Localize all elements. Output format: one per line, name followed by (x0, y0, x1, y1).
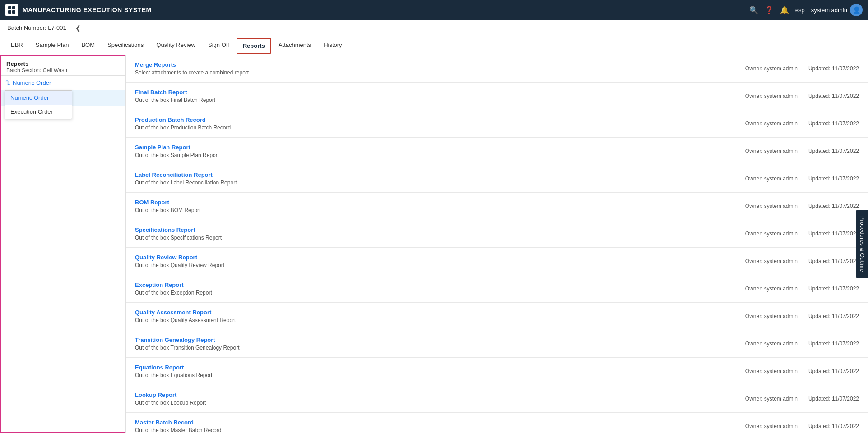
top-bar: MANUFACTURING EXECUTION SYSTEM 🔍 ❓ 🔔 esp… (0, 0, 868, 20)
report-owner: Owner: system admin (745, 286, 798, 292)
nav-item-bom[interactable]: BOM (76, 38, 100, 53)
report-meta: Owner: system admin Updated: 11/07/2022 (745, 313, 859, 319)
report-meta: Owner: system admin Updated: 11/07/2022 (745, 203, 859, 209)
report-meta: Owner: system admin Updated: 11/07/2022 (745, 148, 859, 154)
report-info: Master Batch Record Out of the box Maste… (135, 419, 745, 433)
sort-dropdown: Numeric Order Execution Order (5, 90, 72, 119)
collapse-button[interactable]: ❮ (73, 23, 84, 32)
report-row: Equations Report Out of the box Equation… (126, 358, 868, 385)
report-info: Lookup Report Out of the box Lookup Repo… (135, 392, 745, 406)
main-layout: Reports Batch Section: Cell Wash ⇅ Numer… (0, 55, 868, 433)
report-row: Production Batch Record Out of the box P… (126, 110, 868, 138)
report-title[interactable]: Transition Genealogy Report (135, 336, 745, 343)
secondary-nav: EBR Sample Plan BOM Specifications Quali… (0, 36, 868, 55)
procedures-outline-tab[interactable]: Procedures & Outline (856, 210, 868, 278)
sidebar-title: Reports (6, 60, 119, 67)
report-desc: Out of the box Final Batch Report (135, 97, 745, 103)
report-title[interactable]: Equations Report (135, 364, 745, 371)
report-meta: Owner: system admin Updated: 11/07/2022 (745, 396, 859, 402)
notifications-icon[interactable]: 🔔 (780, 6, 789, 14)
nav-item-sign-off[interactable]: Sign Off (203, 38, 235, 53)
report-row: Merge Reports Select attachments to crea… (126, 55, 868, 83)
report-title[interactable]: Quality Review Report (135, 254, 745, 261)
report-info: Quality Review Report Out of the box Qua… (135, 254, 745, 268)
top-bar-left: MANUFACTURING EXECUTION SYSTEM (5, 4, 152, 16)
svg-rect-3 (12, 10, 15, 14)
batch-number: Batch Number: L7-001 (4, 24, 70, 31)
nav-item-sample-plan[interactable]: Sample Plan (30, 38, 74, 53)
sort-option-numeric[interactable]: Numeric Order (5, 91, 72, 105)
user-menu[interactable]: system admin 👤 (811, 4, 863, 16)
report-title[interactable]: Sample Plan Report (135, 144, 745, 151)
report-title[interactable]: Specifications Report (135, 226, 745, 233)
report-info: Sample Plan Report Out of the box Sample… (135, 144, 745, 158)
nav-item-quality-review[interactable]: Quality Review (151, 38, 201, 53)
report-owner: Owner: system admin (745, 396, 798, 402)
report-updated: Updated: 11/07/2022 (808, 368, 859, 374)
report-updated: Updated: 11/07/2022 (808, 175, 859, 182)
help-icon[interactable]: ❓ (765, 6, 774, 14)
report-updated: Updated: 11/07/2022 (808, 423, 859, 429)
report-updated: Updated: 11/07/2022 (808, 396, 859, 402)
report-desc: Out of the box Quality Review Report (135, 262, 745, 268)
top-bar-right: 🔍 ❓ 🔔 esp system admin 👤 (749, 4, 863, 16)
report-row: Label Reconciliation Report Out of the b… (126, 165, 868, 193)
report-desc: Out of the box Transition Genealogy Repo… (135, 345, 745, 351)
report-meta: Owner: system admin Updated: 11/07/2022 (745, 368, 859, 374)
report-meta: Owner: system admin Updated: 11/07/2022 (745, 120, 859, 127)
svg-rect-1 (12, 6, 15, 9)
nav-item-attachments[interactable]: Attachments (273, 38, 316, 53)
report-row: Master Batch Record Out of the box Maste… (126, 413, 868, 433)
report-desc: Out of the box Lookup Report (135, 400, 745, 406)
report-info: Final Batch Report Out of the box Final … (135, 89, 745, 103)
report-owner: Owner: system admin (745, 313, 798, 319)
user-name: system admin (811, 7, 847, 14)
report-info: BOM Report Out of the box BOM Report (135, 199, 745, 213)
report-meta: Owner: system admin Updated: 11/07/2022 (745, 175, 859, 182)
nav-item-specifications[interactable]: Specifications (102, 38, 149, 53)
sidebar-sort-container: ⇅ Numeric Order Numeric Order Execution … (1, 76, 125, 90)
report-desc: Out of the box Label Reconciliation Repo… (135, 180, 745, 186)
report-title[interactable]: BOM Report (135, 199, 745, 206)
report-title[interactable]: Final Batch Report (135, 89, 745, 96)
report-owner: Owner: system admin (745, 230, 798, 237)
report-row: Quality Review Report Out of the box Qua… (126, 248, 868, 275)
report-owner: Owner: system admin (745, 120, 798, 127)
report-info: Transition Genealogy Report Out of the b… (135, 336, 745, 351)
report-title[interactable]: Production Batch Record (135, 116, 745, 123)
report-updated: Updated: 11/07/2022 (808, 258, 859, 264)
nav-item-ebr[interactable]: EBR (5, 38, 28, 53)
search-icon[interactable]: 🔍 (749, 6, 758, 14)
report-meta: Owner: system admin Updated: 11/07/2022 (745, 230, 859, 237)
report-desc: Out of the box Exception Report (135, 290, 745, 296)
report-info: Specifications Report Out of the box Spe… (135, 226, 745, 241)
report-owner: Owner: system admin (745, 423, 798, 429)
report-title[interactable]: Merge Reports (135, 61, 745, 68)
report-updated: Updated: 11/07/2022 (808, 120, 859, 127)
report-updated: Updated: 11/07/2022 (808, 148, 859, 154)
sort-button[interactable]: ⇅ Numeric Order (5, 79, 120, 86)
report-desc: Out of the box Master Batch Record (135, 427, 745, 433)
sort-option-execution[interactable]: Execution Order (5, 105, 72, 119)
report-meta: Owner: system admin Updated: 11/07/2022 (745, 93, 859, 99)
language-selector[interactable]: esp (795, 7, 805, 14)
report-row: Specifications Report Out of the box Spe… (126, 220, 868, 248)
batch-bar: Batch Number: L7-001 ❮ (0, 20, 868, 36)
report-meta: Owner: system admin Updated: 11/07/2022 (745, 286, 859, 292)
nav-item-history[interactable]: History (318, 38, 347, 53)
report-title[interactable]: Lookup Report (135, 392, 745, 398)
report-title[interactable]: Quality Assessment Report (135, 309, 745, 316)
report-desc: Out of the box Equations Report (135, 372, 745, 378)
sidebar-header: Reports Batch Section: Cell Wash (1, 56, 125, 76)
report-updated: Updated: 11/07/2022 (808, 203, 859, 209)
nav-item-reports[interactable]: Reports (237, 38, 271, 54)
report-title[interactable]: Exception Report (135, 281, 745, 288)
report-owner: Owner: system admin (745, 93, 798, 99)
report-title[interactable]: Label Reconciliation Report (135, 171, 745, 178)
report-owner: Owner: system admin (745, 148, 798, 154)
report-row: Exception Report Out of the box Exceptio… (126, 275, 868, 303)
user-avatar: 👤 (850, 4, 863, 16)
report-title[interactable]: Master Batch Record (135, 419, 745, 426)
report-info: Label Reconciliation Report Out of the b… (135, 171, 745, 186)
content-area: Merge Reports Select attachments to crea… (125, 55, 868, 433)
